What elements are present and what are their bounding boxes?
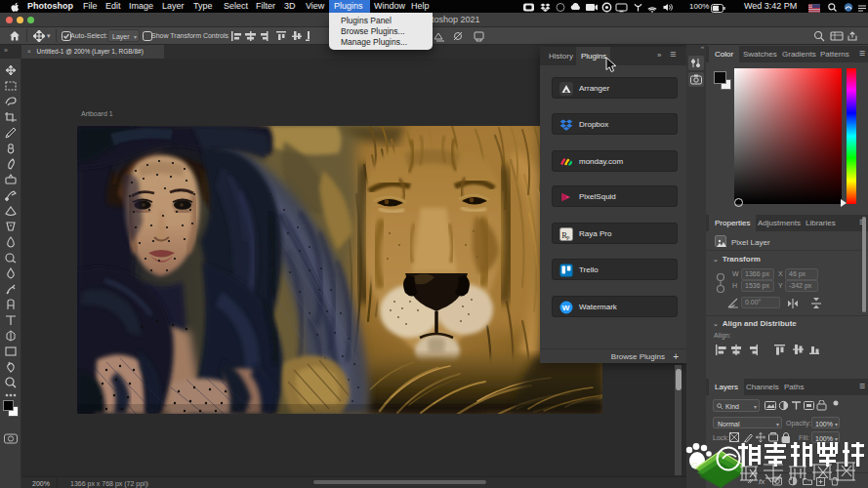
svg-text:G: G <box>691 461 698 470</box>
svg-text:p: p <box>566 233 569 240</box>
svg-text:W: W <box>562 304 570 312</box>
